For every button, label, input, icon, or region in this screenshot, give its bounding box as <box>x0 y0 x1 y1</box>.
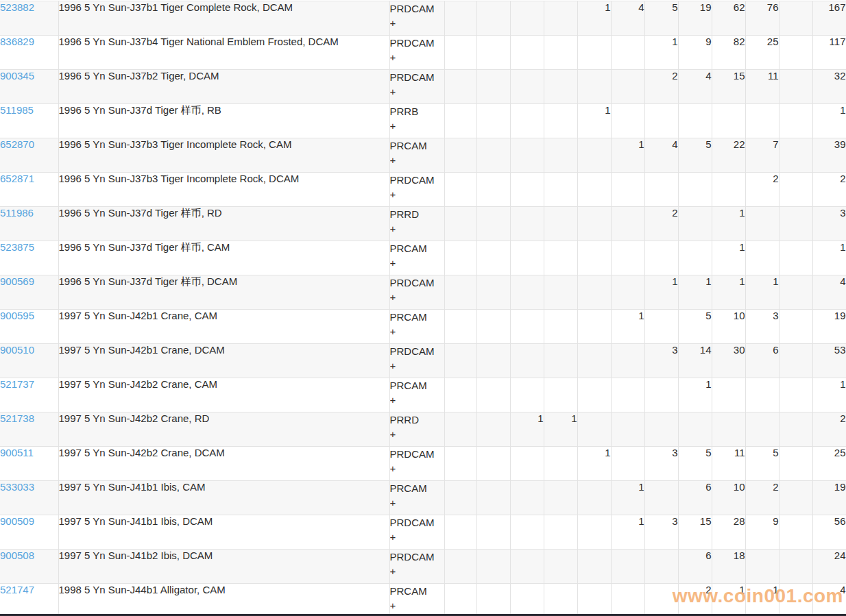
designation-cell: PRDCAM + <box>389 1 444 36</box>
grade-count-cell <box>544 138 577 173</box>
coin-id-link[interactable]: 900509 <box>0 515 34 527</box>
grade-count-cell <box>510 138 544 173</box>
coin-id-link[interactable]: 900345 <box>0 70 34 82</box>
grade-count-cell: 1 <box>611 515 644 550</box>
grade-count-cell: 5 <box>678 310 712 344</box>
designation-label: PRDCAM <box>390 447 444 461</box>
coin-id-link[interactable]: 900511 <box>0 447 34 458</box>
population-report-page: 523882 1996 5 Yn Sun-J37b1 Tiger Complet… <box>0 0 846 616</box>
coin-description: 1997 5 Yn Sun-J41b1 Ibis, DCAM <box>58 515 389 550</box>
coin-id-link[interactable]: 511986 <box>0 207 34 219</box>
grade-count-cell <box>444 447 476 481</box>
coin-id-cell: 900510 <box>0 344 58 378</box>
grade-count-cell: 1 <box>510 412 544 447</box>
grade-count-cell: 6 <box>678 481 712 515</box>
grade-count-cell <box>577 207 611 241</box>
coin-id-link[interactable]: 652871 <box>0 173 34 184</box>
coin-description: 1997 5 Yn Sun-J42b1 Crane, DCAM <box>58 344 389 378</box>
grade-count-cell <box>779 173 812 207</box>
grade-count-cell <box>476 310 510 344</box>
grade-count-cell <box>678 173 712 207</box>
designation-label: PRRB <box>390 104 444 119</box>
coin-id-link[interactable]: 533033 <box>0 481 34 493</box>
coin-id-link[interactable]: 523875 <box>0 241 34 253</box>
grade-count-cell <box>510 584 544 616</box>
designation-label: PRCAM <box>390 584 444 598</box>
grade-count-cell: 1 <box>745 275 779 310</box>
grade-count-cell <box>476 515 510 550</box>
table-row: 900595 1997 5 Yn Sun-J42b1 Crane, CAM PR… <box>0 310 846 344</box>
grade-count-cell <box>611 173 644 207</box>
grade-count-cell <box>577 412 611 447</box>
coin-id-cell: 511985 <box>0 104 58 138</box>
coin-id-link[interactable]: 900510 <box>0 344 34 356</box>
designation-plus: + <box>390 495 444 510</box>
grade-count-cell <box>779 447 812 481</box>
grade-count-cell <box>476 550 510 584</box>
grade-count-cell <box>544 310 577 344</box>
coin-id-link[interactable]: 900508 <box>0 550 34 561</box>
coin-description: 1997 5 Yn Sun-J41b1 Ibis, CAM <box>58 481 389 515</box>
coin-id-cell: 652870 <box>0 138 58 173</box>
grade-count-cell <box>510 275 544 310</box>
total-count-cell: 32 <box>812 70 846 104</box>
total-count-cell: 39 <box>812 138 846 173</box>
grade-count-cell: 10 <box>712 310 745 344</box>
coin-id-cell: 900345 <box>0 70 58 104</box>
coin-id-cell: 900595 <box>0 310 58 344</box>
designation-label: PRCAM <box>390 241 444 256</box>
coin-id-link[interactable]: 523882 <box>0 1 34 13</box>
grade-count-cell <box>678 412 712 447</box>
coin-id-link[interactable]: 521747 <box>0 584 34 595</box>
grade-count-cell <box>444 138 476 173</box>
grade-count-cell <box>745 104 779 138</box>
grade-count-cell: 2 <box>678 584 712 616</box>
grade-count-cell: 3 <box>745 310 779 344</box>
grade-count-cell: 3 <box>644 447 678 481</box>
coin-description: 1998 5 Yn Sun-J44b1 Alligator, CAM <box>58 584 389 616</box>
grade-count-cell <box>476 241 510 275</box>
grade-count-cell: 22 <box>712 138 745 173</box>
coin-description: 1996 5 Yn Sun-J37d Tiger 样币, CAM <box>58 241 389 275</box>
coin-id-cell: 900508 <box>0 550 58 584</box>
grade-count-cell: 1 <box>644 275 678 310</box>
coin-id-link[interactable]: 836829 <box>0 36 34 47</box>
total-count-cell: 3 <box>812 207 846 241</box>
grade-count-cell <box>476 138 510 173</box>
coin-id-cell: 511986 <box>0 207 58 241</box>
coin-description: 1996 5 Yn Sun-J37b2 Tiger, DCAM <box>58 70 389 104</box>
grade-count-cell <box>510 378 544 412</box>
table-row: 523882 1996 5 Yn Sun-J37b1 Tiger Complet… <box>0 1 846 36</box>
grade-count-cell: 9 <box>745 515 779 550</box>
grade-count-cell: 1 <box>745 584 779 616</box>
grade-count-cell <box>779 138 812 173</box>
coin-id-link[interactable]: 652870 <box>0 138 34 150</box>
grade-count-cell: 4 <box>644 138 678 173</box>
coin-description: 1997 5 Yn Sun-J42b2 Crane, DCAM <box>58 447 389 481</box>
grade-count-cell <box>544 70 577 104</box>
designation-plus: + <box>390 358 444 373</box>
designation-cell: PRRB + <box>389 104 444 138</box>
total-count-cell: 24 <box>812 550 846 584</box>
coin-id-link[interactable]: 521738 <box>0 412 34 424</box>
coin-id-link[interactable]: 900595 <box>0 310 34 321</box>
grade-count-cell <box>611 584 644 616</box>
coin-description: 1997 5 Yn Sun-J42b2 Crane, RD <box>58 412 389 447</box>
coin-description: 1996 5 Yn Sun-J37b3 Tiger Incomplete Roc… <box>58 138 389 173</box>
designation-cell: PRDCAM + <box>389 447 444 481</box>
grade-count-cell <box>476 378 510 412</box>
designation-plus: + <box>390 84 444 99</box>
designation-plus: + <box>390 153 444 167</box>
total-count-cell: 2 <box>812 412 846 447</box>
grade-count-cell: 7 <box>745 138 779 173</box>
grade-count-cell: 1 <box>611 138 644 173</box>
grade-count-cell: 5 <box>678 447 712 481</box>
coin-id-link[interactable]: 900569 <box>0 275 34 287</box>
grade-count-cell <box>476 36 510 70</box>
coin-id-link[interactable]: 521737 <box>0 378 34 390</box>
grade-count-cell <box>745 241 779 275</box>
grade-count-cell <box>444 412 476 447</box>
coin-id-link[interactable]: 511985 <box>0 104 34 116</box>
grade-count-cell <box>444 36 476 70</box>
grade-count-cell <box>444 275 476 310</box>
